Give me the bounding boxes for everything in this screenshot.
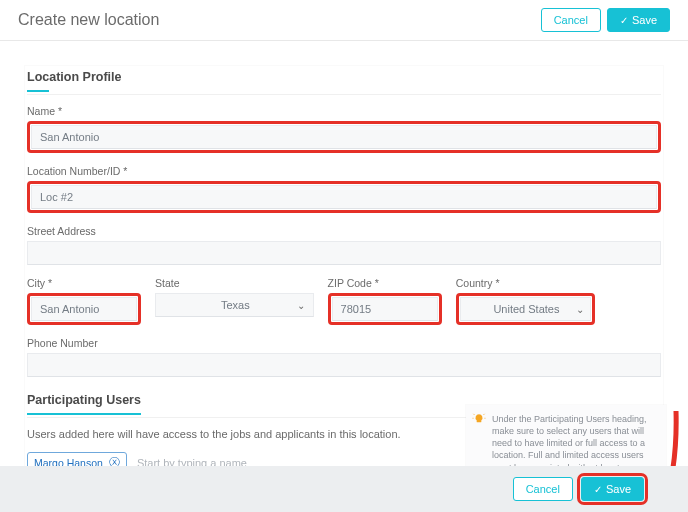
cancel-button[interactable]: Cancel	[541, 8, 601, 32]
highlight-name	[27, 121, 661, 153]
section-title-users: Participating Users	[27, 389, 141, 415]
street-field: Street Address	[27, 225, 661, 265]
highlight-zip	[328, 293, 442, 325]
zip-field: ZIP Code *	[328, 277, 442, 325]
spacer	[609, 277, 661, 337]
name-label: Name *	[27, 105, 661, 117]
country-select[interactable]: United States ⌄	[460, 297, 591, 321]
city-input[interactable]	[31, 297, 137, 321]
locnum-input[interactable]	[31, 185, 657, 209]
zip-input[interactable]	[332, 297, 438, 321]
chevron-down-icon: ⌄	[576, 304, 584, 315]
highlight-city	[27, 293, 141, 325]
name-field: Name *	[27, 105, 661, 153]
highlight-country: United States ⌄	[456, 293, 595, 325]
section-divider	[27, 94, 661, 95]
state-field: State Texas ⌄	[155, 277, 314, 325]
city-field: City *	[27, 277, 141, 325]
state-value: Texas	[221, 299, 250, 311]
header-actions: Cancel ✓ Save	[541, 8, 670, 32]
section-title-profile: Location Profile	[27, 66, 121, 92]
country-field: Country * United States ⌄	[456, 277, 595, 325]
footer-save-label: Save	[606, 483, 631, 495]
street-label: Street Address	[27, 225, 661, 237]
save-button-label: Save	[632, 14, 657, 26]
city-label: City *	[27, 277, 141, 289]
zip-label: ZIP Code *	[328, 277, 442, 289]
page-title: Create new location	[18, 11, 159, 29]
header-bar: Create new location Cancel ✓ Save	[0, 0, 688, 41]
check-icon: ✓	[620, 15, 628, 26]
name-input[interactable]	[31, 125, 657, 149]
street-input[interactable]	[27, 241, 661, 265]
footer-cancel-button[interactable]: Cancel	[513, 477, 573, 501]
locnum-label: Location Number/ID *	[27, 165, 661, 177]
address-row: City * State Texas ⌄ ZIP Code *	[27, 277, 661, 337]
state-label: State	[155, 277, 314, 289]
country-value: United States	[493, 303, 559, 315]
locnum-field: Location Number/ID *	[27, 165, 661, 213]
save-button[interactable]: ✓ Save	[607, 8, 670, 32]
country-label: Country *	[456, 277, 595, 289]
phone-input[interactable]	[27, 353, 661, 377]
check-icon: ✓	[594, 484, 602, 495]
lightbulb-icon	[472, 413, 486, 427]
form-canvas: Location Profile Name * Location Number/…	[0, 41, 688, 512]
state-select[interactable]: Texas ⌄	[155, 293, 314, 317]
phone-label: Phone Number	[27, 337, 661, 349]
phone-field: Phone Number	[27, 337, 661, 377]
footer-save-button[interactable]: ✓ Save	[581, 477, 644, 501]
highlight-locnum	[27, 181, 661, 213]
footer-bar: Cancel ✓ Save	[0, 466, 688, 512]
location-profile-section: Location Profile Name * Location Number/…	[25, 66, 663, 377]
chevron-down-icon: ⌄	[297, 300, 305, 311]
